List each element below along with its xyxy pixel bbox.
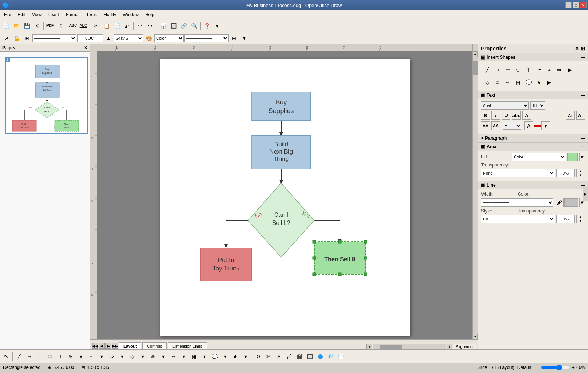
area-minimize-icon[interactable]: — <box>581 144 585 149</box>
tab-dimension-lines[interactable]: Dimension Lines <box>168 342 207 349</box>
tab-prev-button[interactable]: ◀ <box>99 343 105 349</box>
movie-btn[interactable]: 🎬 <box>295 352 304 361</box>
freehand-dropdown[interactable]: ▾ <box>76 352 86 361</box>
char-spacing-btn1[interactable]: AА <box>481 121 490 130</box>
page-thumbnail-1[interactable]: 1 Buy Supplies Build Next Big Thing <box>5 57 88 134</box>
transparency-type-select[interactable]: None <box>481 169 555 177</box>
hyperlink-button[interactable]: 🔗 <box>179 21 189 31</box>
menu-edit[interactable]: Edit <box>15 11 28 18</box>
menu-window[interactable]: Window <box>120 11 141 18</box>
line-color-picker-btn[interactable]: 🖊 <box>555 198 564 207</box>
stars-dropdown[interactable]: ▾ <box>241 352 250 361</box>
text-tool[interactable]: T <box>524 65 533 75</box>
tab-order-btn[interactable]: 📑 <box>336 352 345 361</box>
font-color-dropdown[interactable]: ▼ <box>541 121 550 130</box>
block-arrows-dropdown[interactable]: ▾ <box>179 352 189 361</box>
line-tool[interactable]: ╱ <box>483 65 492 75</box>
align-button[interactable]: ⊞ <box>22 33 32 43</box>
font-color-button[interactable]: A <box>524 121 533 130</box>
line-thickness-up[interactable]: ▲ <box>104 33 113 43</box>
double-arrow-tool[interactable]: ↔ <box>503 78 513 87</box>
callout-tool[interactable]: 💬 <box>524 78 533 87</box>
prop-minimize-icon[interactable]: — <box>581 55 585 60</box>
underline-button[interactable]: U <box>502 111 510 120</box>
text-draw-tool[interactable]: T <box>55 352 65 361</box>
line-color-select[interactable]: Gray 6 <box>114 34 143 42</box>
text-box-btn[interactable]: 🖊 <box>284 352 294 361</box>
diamond-tool[interactable]: ◇ <box>483 78 492 87</box>
callout-btn[interactable]: 💬 <box>210 352 219 361</box>
flowchart-btn[interactable]: ▦ <box>189 352 199 361</box>
menu-insert[interactable]: Insert <box>46 11 62 18</box>
fill-color-swatch[interactable] <box>567 153 578 161</box>
arrow-style-button[interactable]: ↗ <box>1 33 11 43</box>
minimize-button[interactable]: — <box>565 2 572 8</box>
pages-close-button[interactable]: ✕ <box>84 45 87 50</box>
menu-help[interactable]: Help <box>143 11 157 18</box>
italic-button[interactable]: I <box>491 111 500 120</box>
chart-button[interactable]: 📊 <box>158 21 168 31</box>
extrude-btn[interactable]: 🔷 <box>315 352 325 361</box>
scroll-up-button[interactable]: ▲ <box>473 51 478 57</box>
prop-expand-button[interactable]: ⊞ <box>581 46 585 51</box>
tab-layout[interactable]: Layout <box>119 342 141 349</box>
arrow-tool[interactable]: → <box>493 65 502 75</box>
basic-shapes-btn[interactable]: ◇ <box>128 352 137 361</box>
cut-button[interactable]: ✂ <box>92 21 101 31</box>
maximize-button[interactable]: □ <box>573 2 579 8</box>
connector-tool[interactable]: ⤷ <box>544 65 554 75</box>
fill-type-select[interactable]: Color <box>512 153 566 161</box>
char-style-select[interactable]: ▾ <box>503 122 521 130</box>
menu-modify[interactable]: Modify <box>101 11 119 18</box>
scroll-thumb[interactable] <box>473 61 478 75</box>
line-transparency-input[interactable] <box>556 215 575 223</box>
bold-button[interactable]: B <box>481 111 490 120</box>
arrows-dropdown[interactable]: ▾ <box>117 352 127 361</box>
select-tool[interactable]: ↖ <box>1 352 11 361</box>
tab-next-button[interactable]: ▶ <box>105 343 111 349</box>
symbol-dropdown[interactable]: ▾ <box>158 352 168 361</box>
open-button[interactable]: 📂 <box>12 21 21 31</box>
fill-type-select[interactable]: Color <box>154 34 184 42</box>
connector-draw-tool[interactable]: ⤷ <box>86 352 96 361</box>
fill-color-dropdown[interactable]: ▼ <box>579 153 585 161</box>
more2-button[interactable]: ▼ <box>240 33 249 43</box>
alignment-button[interactable]: Alignment <box>453 344 476 349</box>
lock-button[interactable]: 🔒 <box>12 33 21 43</box>
zoom-button[interactable]: 🔍 <box>189 21 199 31</box>
line-draw-tool[interactable]: ╱ <box>14 352 24 361</box>
rect-draw-tool[interactable]: ▭ <box>35 352 44 361</box>
transparency-up[interactable]: ▲ <box>576 169 585 173</box>
font-size-select[interactable]: 18 <box>530 101 545 110</box>
pdf-button[interactable]: PDF <box>45 21 55 31</box>
line-trans-up[interactable]: ▲ <box>576 215 585 219</box>
basic-shapes-dropdown[interactable]: ▾ <box>138 352 147 361</box>
new-button[interactable]: 📄 <box>1 21 11 31</box>
connector-dropdown[interactable]: ▾ <box>97 352 106 361</box>
transparency-down[interactable]: ▼ <box>576 173 585 177</box>
hscroll-left[interactable]: ◀ <box>366 344 372 349</box>
panel-expand-button[interactable]: ▶ <box>583 187 588 201</box>
toggle-btn[interactable]: 🔲 <box>305 352 315 361</box>
view-toggle[interactable]: ⊞ <box>229 33 239 43</box>
tab-last-button[interactable]: ▶▶ <box>112 343 118 349</box>
hscroll-right[interactable]: ▶ <box>447 344 452 349</box>
zoom-out-button[interactable]: — <box>534 365 539 370</box>
line-style-select[interactable]: ───────── <box>32 34 76 42</box>
decrease-font-button[interactable]: A↓ <box>576 111 585 120</box>
star-tool[interactable]: ★ <box>534 78 544 87</box>
prop-close-button[interactable]: ✕ <box>575 46 579 51</box>
print-button[interactable]: 🖨 <box>32 21 42 31</box>
menu-view[interactable]: View <box>29 11 44 18</box>
window-controls[interactable]: — □ ✕ <box>565 2 587 8</box>
flow-chart-tool[interactable]: ▦ <box>513 78 523 87</box>
area-section-header[interactable]: ▣ Area — <box>478 143 588 151</box>
char-spacing-btn2[interactable]: AА <box>491 121 500 130</box>
tab-controls[interactable]: Controls <box>142 342 167 349</box>
menu-format[interactable]: Format <box>63 11 82 18</box>
freehand-tool[interactable]: ✎ <box>66 352 75 361</box>
increase-font-button[interactable]: A↑ <box>566 111 575 120</box>
line-section-header[interactable]: ▣ Line — <box>478 181 588 189</box>
help-button[interactable]: ❓ <box>202 21 212 31</box>
arrow-draw-tool[interactable]: → <box>25 352 34 361</box>
